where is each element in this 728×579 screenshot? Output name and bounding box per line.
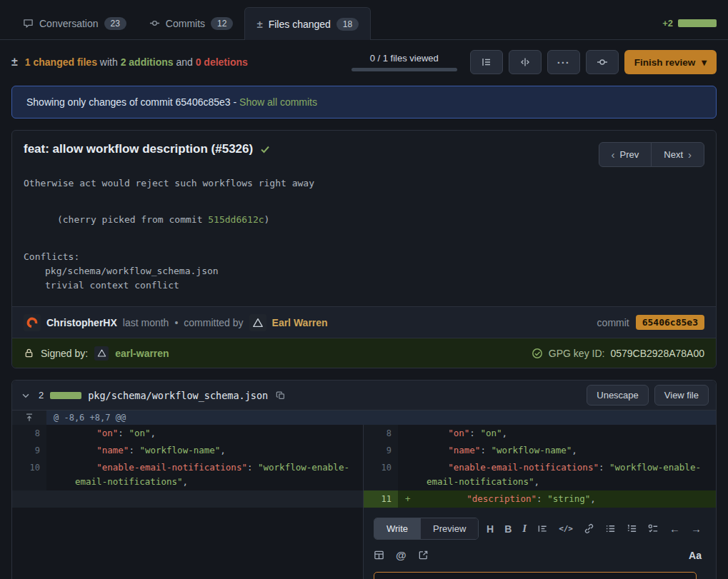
copy-filename-button[interactable] — [274, 389, 287, 402]
code-token: "name" — [448, 445, 480, 455]
commit-message-line: Otherwise act would reject such workflow… — [24, 177, 704, 190]
tab-preview[interactable]: Preview — [420, 518, 478, 539]
copy-icon — [276, 391, 286, 401]
committed-by-label: committed by — [184, 317, 243, 328]
split-view-icon — [519, 56, 531, 68]
line-number[interactable]: 8 — [364, 425, 398, 442]
next-commit-button[interactable]: Next › — [651, 142, 704, 167]
code-token: "string" — [547, 493, 590, 504]
diff-view-toggle-button[interactable] — [509, 50, 542, 74]
committer-name-link[interactable]: Earl Warren — [272, 317, 328, 328]
unordered-list-button[interactable] — [605, 523, 616, 534]
code-token: , — [151, 428, 156, 438]
collapse-file-button[interactable] — [19, 389, 32, 402]
code-token — [424, 493, 467, 504]
commit-sha-badge[interactable]: 65406c85e3 — [636, 315, 704, 330]
code-token: "on" — [96, 428, 118, 438]
code-line: "on": "on", — [398, 425, 716, 442]
table-button[interactable] — [374, 550, 384, 560]
reference-button[interactable] — [418, 550, 429, 560]
unescape-button[interactable]: Unescape — [587, 385, 649, 406]
commit-message-body: Otherwise act would reject such workflow… — [12, 171, 716, 306]
prev-commit-button[interactable]: ‹ Prev — [599, 142, 652, 167]
code-token: , — [502, 428, 508, 438]
file-tree-toggle-button[interactable] — [470, 50, 503, 74]
signed-by-label: Signed by: — [41, 348, 88, 359]
line-number[interactable]: 8 — [12, 425, 46, 442]
diff-row: 8 "on": "on",8 "on": "on", — [12, 425, 716, 442]
tab-files-changed[interactable]: ± Files changed 18 — [244, 7, 371, 40]
ordered-list-button[interactable] — [627, 523, 637, 534]
file-tree-icon — [481, 56, 492, 68]
files-viewed-label: 0 / 1 files viewed — [370, 53, 439, 64]
cherry-pick-sha-link[interactable]: 515dd6612c — [208, 214, 264, 225]
inline-comment-row: Write Preview H B I </> — [12, 508, 716, 579]
bold-button[interactable]: B — [504, 523, 512, 535]
files-changed-count-badge: 18 — [336, 18, 359, 31]
tab-write[interactable]: Write — [374, 518, 420, 539]
task-list-button[interactable] — [648, 523, 659, 534]
cherry-pick-suffix: ) — [264, 214, 270, 225]
code-button[interactable]: </> — [559, 524, 573, 533]
deletions-count: 0 deletions — [196, 56, 248, 68]
lock-icon — [24, 348, 34, 358]
code-token: "workflow-name" — [139, 445, 220, 455]
text-size-button[interactable]: Aa — [689, 550, 702, 561]
line-number[interactable]: 11 — [364, 490, 398, 508]
heading-button[interactable]: H — [487, 523, 494, 535]
diff-left-spacer — [12, 508, 364, 579]
committer-avatar[interactable] — [249, 314, 266, 331]
code-token: : — [599, 462, 609, 473]
commit-picker-button[interactable] — [586, 50, 619, 74]
signer-avatar[interactable] — [94, 346, 109, 361]
code-token: "on" — [129, 428, 150, 438]
prev-label: Prev — [620, 149, 639, 160]
arrow-right-button[interactable]: → — [691, 523, 702, 535]
finish-review-label: Finish review — [634, 57, 696, 68]
diff-row: 9 "name": "workflow-name",9 "name": "wor… — [12, 442, 716, 459]
code-line: "enable-email-notifications": "workflow-… — [46, 459, 364, 490]
mention-button[interactable]: @ — [396, 549, 407, 561]
line-number[interactable]: 9 — [364, 442, 398, 459]
view-file-button[interactable]: View file — [654, 385, 709, 406]
commit-message-line: (cherry picked from commit 515dd6612c) — [24, 201, 704, 240]
diff-row: 10 "enable-email-notifications": "workfl… — [12, 459, 716, 490]
table-icon — [374, 550, 384, 560]
cross-reference-icon — [418, 550, 429, 560]
finish-review-button[interactable]: Finish review ▾ — [624, 50, 717, 74]
signature-row: Signed by: earl-warren GPG key ID: 0579C… — [12, 338, 716, 368]
line-number[interactable]: 9 — [12, 442, 46, 459]
expand-hunk-button[interactable] — [24, 413, 34, 423]
code-token: "name" — [96, 445, 129, 455]
file-name: pkg/schema/workflow_schema.json — [88, 390, 268, 401]
files-viewed-progressbar — [351, 68, 457, 71]
gpg-key-label: GPG key ID: — [549, 348, 605, 359]
line-number[interactable]: 10 — [364, 459, 398, 490]
commit-box: feat: allow workflow description (#5326)… — [11, 130, 717, 368]
italic-button[interactable]: I — [522, 523, 527, 535]
editor-toolbar: H B I </> — [487, 523, 702, 535]
quote-button[interactable] — [537, 523, 548, 534]
arrow-left-button[interactable]: ← — [669, 523, 680, 535]
author-avatar[interactable] — [24, 314, 41, 331]
code-line: + "description": "string", — [398, 490, 716, 508]
tab-conversation[interactable]: Conversation 23 — [11, 7, 138, 39]
commit-author-row: ChristopherHX last month • committed by … — [12, 306, 716, 338]
signer-name-link[interactable]: earl-warren — [115, 348, 169, 359]
code-token: "on" — [448, 428, 469, 438]
code-token: "enable-email-notifications" — [96, 462, 247, 473]
hunk-header: @ -8,6 +8,7 @@ — [46, 411, 716, 425]
show-all-commits-link[interactable]: Show all commits — [239, 96, 317, 108]
comment-input[interactable] — [374, 572, 697, 579]
verified-icon — [532, 348, 543, 359]
tab-commits[interactable]: Commits 12 — [138, 7, 245, 39]
code-token — [405, 445, 448, 455]
hunk-header-row: @ -8,6 +8,7 @@ — [12, 411, 716, 425]
link-button[interactable] — [584, 523, 594, 534]
diff-options-button[interactable]: ··· — [547, 50, 580, 74]
diff-file-box: 2 pkg/schema/workflow_schema.json Unesca… — [11, 380, 717, 579]
tab-files-changed-label: Files changed — [269, 19, 331, 30]
changed-files-count: 1 changed files — [25, 56, 97, 68]
line-number[interactable]: 10 — [12, 459, 46, 490]
author-name-link[interactable]: ChristopherHX — [46, 317, 117, 328]
